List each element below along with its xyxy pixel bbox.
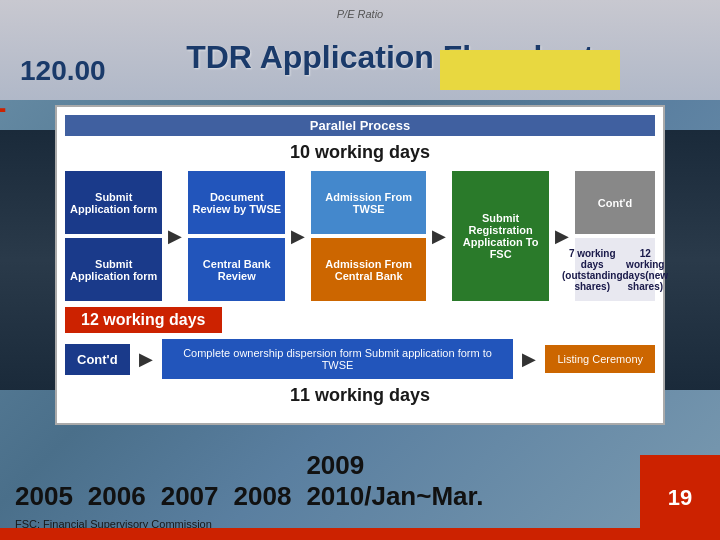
- doc-review-box: Document Review by TWSE: [188, 171, 285, 234]
- contd-bottom-box: Cont'd: [65, 344, 130, 375]
- admission-col: Admission From TWSE Admission From Centr…: [311, 171, 426, 301]
- year-2005: 2005: [15, 481, 73, 512]
- review-col: Document Review by TWSE Central Bank Rev…: [188, 171, 285, 301]
- year-2007: 2007: [161, 481, 219, 512]
- working-days-12-label: 12 working days: [65, 307, 222, 333]
- number-right: 111: [0, 79, 6, 121]
- year-2009-2010: 2009 2010/Jan~Mar.: [306, 450, 483, 512]
- submit-col: Submit Application form Submit Applicati…: [65, 171, 162, 301]
- year-2006: 2006: [88, 481, 146, 512]
- submit-app-top-box: Submit Application form: [65, 171, 162, 234]
- central-bank-review-box: Central Bank Review: [188, 238, 285, 301]
- arrow-2: ▶: [289, 171, 307, 301]
- header: P/E Ratio 120.00 111 TDR Application Flo…: [0, 0, 720, 100]
- year-2008: 2008: [234, 481, 292, 512]
- admission-twse-box: Admission From TWSE: [311, 171, 426, 234]
- submit-registration-box: Submit Registration Application To FSC: [452, 171, 549, 301]
- arrow-6: ▶: [519, 348, 539, 370]
- footer-left: 2005 2006 2007 2008 2009 2010/Jan~Mar. F…: [0, 445, 720, 535]
- admission-central-bank-box: Admission From Central Bank: [311, 238, 426, 301]
- working-days-11-label: 11 working days: [65, 385, 655, 406]
- arrow-5: ▶: [136, 348, 156, 370]
- listing-ceremony-box: Listing Ceremony: [545, 345, 655, 373]
- flowchart-container: Parallel Process 10 working days Submit …: [55, 105, 665, 425]
- number-left: 120.00: [20, 55, 106, 87]
- ownership-box: Complete ownership dispersion form Submi…: [162, 339, 514, 379]
- flow-rows: Submit Application form Submit Applicati…: [65, 171, 655, 301]
- parallel-process-bar: Parallel Process: [65, 115, 655, 136]
- working-days-note-box: 7 working days (outstanding shares) 12 w…: [575, 238, 655, 301]
- pe-ratio-label: P/E Ratio: [337, 8, 383, 20]
- page-number-box: 19: [640, 455, 720, 540]
- contd-note-col: Cont'd 7 working days (outstanding share…: [575, 171, 655, 301]
- years-row: 2005 2006 2007 2008 2009 2010/Jan~Mar.: [15, 450, 705, 512]
- yellow-bar: [440, 50, 620, 90]
- arrow-1: ▶: [166, 171, 184, 301]
- working-days-10-label: 10 working days: [65, 142, 655, 163]
- bottom-section: Cont'd ▶ Complete ownership dispersion f…: [65, 339, 655, 379]
- row-12-days: 12 working days: [65, 307, 655, 333]
- submit-app-bottom-box: Submit Application form: [65, 238, 162, 301]
- arrow-3: ▶: [430, 171, 448, 301]
- contd-top-box: Cont'd: [575, 171, 655, 234]
- registration-col: Submit Registration Application To FSC: [452, 171, 549, 301]
- page-number: 19: [668, 485, 692, 511]
- red-bottom-bar: [0, 528, 640, 540]
